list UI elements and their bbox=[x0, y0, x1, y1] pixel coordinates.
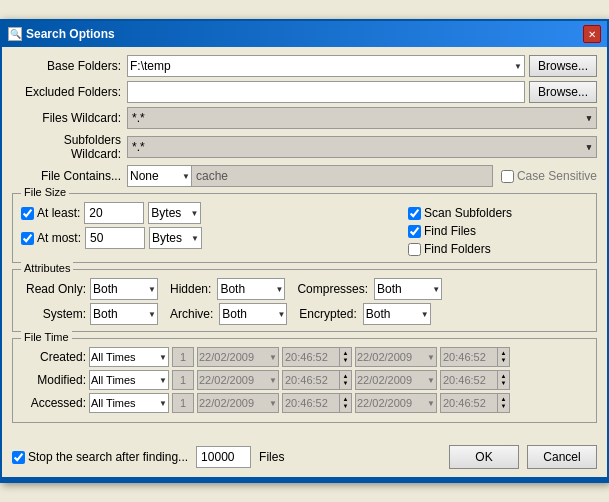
file-contains-combo[interactable]: None Contains bbox=[127, 165, 192, 187]
file-size-section: File Size At least: BytesKBMBGB bbox=[12, 193, 597, 263]
accessed-date2-select[interactable]: 22/02/2009 bbox=[355, 393, 437, 413]
file-time-title: File Time bbox=[21, 331, 72, 343]
read-only-row: Read Only: BothYesNo Hidden: BothYesNo bbox=[21, 278, 588, 300]
hidden-label: Hidden: bbox=[170, 282, 211, 296]
file-contains-input[interactable]: cache bbox=[192, 165, 493, 187]
read-only-select[interactable]: BothYesNo bbox=[90, 278, 158, 300]
title-bar: 🔍 Search Options ✕ bbox=[2, 21, 607, 47]
encrypted-label: Encrypted: bbox=[299, 307, 356, 321]
created-label: Created: bbox=[21, 350, 86, 364]
at-least-row: At least: BytesKBMBGB bbox=[21, 202, 400, 224]
cancel-button[interactable]: Cancel bbox=[527, 445, 597, 469]
files-wildcard-label: Files Wildcard: bbox=[12, 111, 127, 125]
excluded-folders-input[interactable] bbox=[127, 81, 525, 103]
system-select[interactable]: BothYesNo bbox=[90, 303, 158, 325]
modified-combo[interactable]: All TimesTodayBetween bbox=[89, 370, 169, 390]
file-time-section: File Time Created: All TimesTodayBetween… bbox=[12, 338, 597, 423]
accessed-time1-spin[interactable]: ▲ ▼ bbox=[340, 393, 352, 413]
accessed-combo[interactable]: All TimesTodayBetween bbox=[89, 393, 169, 413]
subfolders-wildcard-row: Subfolders Wildcard: *.* ▼ bbox=[12, 133, 597, 161]
subfolders-wildcard-select[interactable]: *.* bbox=[127, 136, 597, 158]
accessed-time1-input[interactable] bbox=[282, 393, 340, 413]
modified-label: Modified: bbox=[21, 373, 86, 387]
created-time1-input[interactable] bbox=[282, 347, 340, 367]
accessed-time2-input[interactable] bbox=[440, 393, 498, 413]
excluded-folders-row: Excluded Folders: Browse... bbox=[12, 81, 597, 103]
at-least-unit-select[interactable]: BytesKBMBGB bbox=[148, 202, 201, 224]
bottom-border bbox=[2, 477, 607, 481]
ok-button[interactable]: OK bbox=[449, 445, 519, 469]
modified-time1-input[interactable] bbox=[282, 370, 340, 390]
at-least-checkbox[interactable] bbox=[21, 207, 34, 220]
modified-date2-select[interactable]: 22/02/2009 bbox=[355, 370, 437, 390]
system-label: System: bbox=[21, 307, 86, 321]
at-least-checkbox-label[interactable]: At least: bbox=[21, 206, 80, 220]
accessed-row: Accessed: All TimesTodayBetween 22/02/20… bbox=[21, 393, 588, 413]
find-files-label[interactable]: Find Files bbox=[408, 224, 588, 238]
attributes-title: Attributes bbox=[21, 262, 73, 274]
base-folders-label: Base Folders: bbox=[12, 59, 127, 73]
at-most-value-input[interactable] bbox=[85, 227, 145, 249]
accessed-label: Accessed: bbox=[21, 396, 86, 410]
dialog-content: Base Folders: F:\temp Browse... Excluded… bbox=[2, 47, 607, 439]
scan-subfolders-label[interactable]: Scan Subfolders bbox=[408, 206, 588, 220]
stop-search-value-input[interactable] bbox=[196, 446, 251, 468]
find-files-checkbox[interactable] bbox=[408, 225, 421, 238]
at-least-value-input[interactable] bbox=[84, 202, 144, 224]
base-folders-input[interactable]: F:\temp bbox=[127, 55, 525, 77]
excluded-folders-label: Excluded Folders: bbox=[12, 85, 127, 99]
stop-search-label[interactable]: Stop the search after finding... bbox=[12, 450, 188, 464]
attributes-section: Attributes Read Only: BothYesNo Hidden: bbox=[12, 269, 597, 332]
modified-time2-input[interactable] bbox=[440, 370, 498, 390]
compresses-label: Compresses: bbox=[297, 282, 368, 296]
base-folders-browse-button[interactable]: Browse... bbox=[529, 55, 597, 77]
at-most-row: At most: BytesKBMBGB bbox=[21, 227, 400, 249]
search-options-dialog: 🔍 Search Options ✕ Base Folders: F:\temp… bbox=[0, 19, 609, 483]
file-contains-label: File Contains... bbox=[12, 169, 127, 183]
read-only-label: Read Only: bbox=[21, 282, 86, 296]
created-date2-select[interactable]: 22/02/2009 bbox=[355, 347, 437, 367]
modified-time2-spin[interactable]: ▲ ▼ bbox=[498, 370, 510, 390]
archive-select[interactable]: BothYesNo bbox=[219, 303, 287, 325]
at-most-checkbox-label[interactable]: At most: bbox=[21, 231, 81, 245]
system-row: System: BothYesNo Archive: BothYesNo bbox=[21, 303, 588, 325]
find-folders-checkbox[interactable] bbox=[408, 243, 421, 256]
archive-label: Archive: bbox=[170, 307, 213, 321]
modified-num-input[interactable] bbox=[172, 370, 194, 390]
hidden-select[interactable]: BothYesNo bbox=[217, 278, 285, 300]
compresses-select[interactable]: BothYesNo bbox=[374, 278, 442, 300]
case-sensitive-checkbox[interactable] bbox=[501, 170, 514, 183]
find-folders-label[interactable]: Find Folders bbox=[408, 242, 588, 256]
excluded-folders-browse-button[interactable]: Browse... bbox=[529, 81, 597, 103]
created-row: Created: All TimesTodayBetween 22/02/200… bbox=[21, 347, 588, 367]
created-combo[interactable]: All TimesTodayBetween bbox=[89, 347, 169, 367]
dialog-footer: Stop the search after finding... Files O… bbox=[2, 439, 607, 477]
created-time2-input[interactable] bbox=[440, 347, 498, 367]
accessed-time2-spin[interactable]: ▲ ▼ bbox=[498, 393, 510, 413]
dialog-icon: 🔍 bbox=[8, 27, 22, 41]
base-folders-row: Base Folders: F:\temp Browse... bbox=[12, 55, 597, 77]
close-button[interactable]: ✕ bbox=[583, 25, 601, 43]
file-size-title: File Size bbox=[21, 186, 69, 198]
encrypted-select[interactable]: BothYesNo bbox=[363, 303, 431, 325]
files-wildcard-row: Files Wildcard: *.* ▼ bbox=[12, 107, 597, 129]
files-label: Files bbox=[259, 450, 284, 464]
modified-row: Modified: All TimesTodayBetween 22/02/20… bbox=[21, 370, 588, 390]
at-most-unit-select[interactable]: BytesKBMBGB bbox=[149, 227, 202, 249]
case-sensitive-label[interactable]: Case Sensitive bbox=[501, 169, 597, 183]
accessed-num-input[interactable] bbox=[172, 393, 194, 413]
time1-spin[interactable]: ▲ ▼ bbox=[340, 347, 352, 367]
modified-date1-select[interactable]: 22/02/2009 bbox=[197, 370, 279, 390]
stop-search-checkbox[interactable] bbox=[12, 451, 25, 464]
file-contains-row: File Contains... None Contains cache Cas… bbox=[12, 165, 597, 187]
files-wildcard-select[interactable]: *.* bbox=[127, 107, 597, 129]
created-num-input[interactable] bbox=[172, 347, 194, 367]
scan-subfolders-checkbox[interactable] bbox=[408, 207, 421, 220]
subfolders-wildcard-label: Subfolders Wildcard: bbox=[12, 133, 127, 161]
at-most-checkbox[interactable] bbox=[21, 232, 34, 245]
accessed-date1-select[interactable]: 22/02/2009 bbox=[197, 393, 279, 413]
modified-time1-spin[interactable]: ▲ ▼ bbox=[340, 370, 352, 390]
dialog-title: Search Options bbox=[26, 27, 115, 41]
time2-spin[interactable]: ▲ ▼ bbox=[498, 347, 510, 367]
created-date1-select[interactable]: 22/02/2009 bbox=[197, 347, 279, 367]
